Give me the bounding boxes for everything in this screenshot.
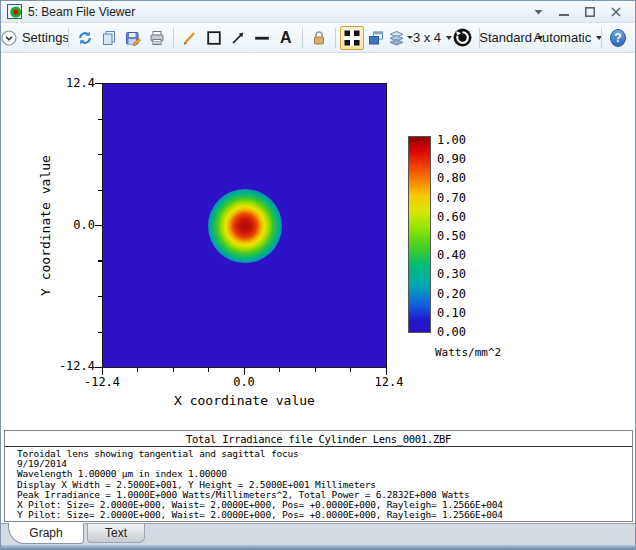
- colorbar: [408, 136, 431, 333]
- reset-icon: [453, 28, 472, 47]
- beam-info-title: Total Irradiance file Cylinder Lens_0001…: [5, 431, 632, 447]
- colorbar-tick-label: 0.70: [437, 191, 466, 205]
- grid-layout-label: 3 x 4: [413, 30, 441, 45]
- settings-label: Settings: [22, 30, 69, 45]
- x-tick-label: 0.0: [212, 375, 276, 389]
- colorbar-tick-label: 0.20: [437, 287, 466, 301]
- window-menu-button[interactable]: [531, 5, 545, 19]
- standard-label: Standard: [479, 30, 532, 45]
- colorbar-unit: Watts/mm^2: [435, 346, 501, 359]
- y-tick-label: 12.4: [39, 76, 95, 90]
- close-button[interactable]: [609, 5, 623, 19]
- horizontal-line-icon: [254, 30, 270, 46]
- beam-spot: [208, 189, 282, 263]
- help-icon: ?: [610, 29, 626, 47]
- tab-text[interactable]: Text: [87, 524, 145, 543]
- pencil-icon: [182, 30, 198, 46]
- tab-graph-label: Graph: [29, 526, 62, 540]
- single-window-view-button[interactable]: [340, 26, 364, 50]
- draw-rectangle-button[interactable]: [202, 26, 226, 50]
- y-tick-label: 0.0: [39, 218, 95, 232]
- app-icon: [7, 4, 22, 19]
- colorbar-tick-label: 1.00: [437, 133, 466, 147]
- reset-view-button[interactable]: [451, 26, 475, 50]
- save-button[interactable]: [121, 26, 145, 50]
- draw-text-button[interactable]: A: [274, 26, 298, 50]
- save-icon: [125, 30, 141, 46]
- toolbar-separator: [601, 28, 602, 48]
- minimize-button[interactable]: [557, 5, 571, 19]
- draw-line-button[interactable]: [178, 26, 202, 50]
- layers-button[interactable]: [388, 26, 414, 50]
- y-tick-label: -12.4: [39, 359, 95, 373]
- lock-button[interactable]: [307, 26, 331, 50]
- settings-chevron-icon: [1, 30, 17, 46]
- draw-arrow-button[interactable]: [226, 26, 250, 50]
- automatic-label: Automatic: [533, 30, 591, 45]
- tab-text-label: Text: [105, 526, 127, 540]
- x-tick-label: -12.4: [70, 375, 134, 389]
- print-button[interactable]: [145, 26, 169, 50]
- tab-bar: Graph Text: [1, 523, 635, 545]
- rectangle-icon: [206, 30, 222, 46]
- beam-info-lines: Toroidal lens showing tangential and sag…: [5, 447, 632, 520]
- settings-button[interactable]: Settings: [6, 26, 64, 50]
- title-bar: 5: Beam File Viewer: [1, 1, 635, 23]
- draw-hline-button[interactable]: [250, 26, 274, 50]
- text-tool-icon: A: [280, 29, 292, 47]
- lock-icon: [311, 30, 327, 46]
- tab-graph[interactable]: Graph: [8, 523, 84, 544]
- colorbar-tick-label: 0.40: [437, 248, 466, 262]
- window-title: 5: Beam File Viewer: [28, 5, 135, 19]
- window-controls: [531, 5, 629, 19]
- automatic-dropdown[interactable]: Automatic: [539, 26, 597, 50]
- beam-info-line: Toroidal lens showing tangential and sag…: [17, 449, 632, 459]
- refresh-button[interactable]: [73, 26, 97, 50]
- x-tick-label: 12.4: [357, 375, 421, 389]
- colorbar-tick-label: 0.60: [437, 210, 466, 224]
- copy-button[interactable]: [97, 26, 121, 50]
- beam-file-viewer-window: 5: Beam File Viewer Settings: [0, 0, 636, 550]
- colorbar-tick-label: 0.00: [437, 325, 466, 339]
- irradiance-heatmap: [102, 83, 387, 368]
- help-button[interactable]: ?: [606, 26, 630, 50]
- colorbar-tick-label: 0.90: [437, 152, 466, 166]
- cascade-windows-button[interactable]: [364, 26, 388, 50]
- copy-icon: [101, 30, 117, 46]
- print-icon: [149, 30, 165, 46]
- x-axis-title: X coordinate value: [102, 393, 387, 408]
- arrow-icon: [230, 30, 246, 46]
- refresh-icon: [77, 30, 93, 46]
- graph-view: Y coordinate value 12.4 0.0 -12.4 -12.4 …: [1, 53, 635, 523]
- colorbar-tick-label: 0.30: [437, 267, 466, 281]
- toolbar-separator: [302, 28, 303, 48]
- colorbar-tick-label: 0.80: [437, 171, 466, 185]
- colorbar-labels: 1.000.900.800.700.600.500.400.300.200.10…: [437, 133, 466, 339]
- toolbar-separator: [68, 28, 69, 48]
- grid-layout-dropdown[interactable]: 3 x 4: [414, 26, 451, 50]
- cascade-windows-icon: [368, 30, 384, 46]
- layers-icon: [388, 30, 405, 46]
- maximize-button[interactable]: [583, 5, 597, 19]
- toolbar-separator: [335, 28, 336, 48]
- beam-info-panel: Total Irradiance file Cylinder Lens_0001…: [4, 430, 633, 522]
- window-bottom-edge: [1, 545, 635, 549]
- x-axis-minor-ticks: [102, 368, 387, 372]
- window-panes-icon: [344, 30, 360, 46]
- beam-info-line: Y Pilot: Size= 2.0000E+000, Waist= 2.000…: [17, 510, 632, 520]
- colorbar-tick-label: 0.10: [437, 306, 466, 320]
- standard-dropdown[interactable]: Standard: [484, 26, 539, 50]
- toolbar: Settings: [1, 23, 635, 53]
- toolbar-separator: [173, 28, 174, 48]
- colorbar-tick-label: 0.50: [437, 229, 466, 243]
